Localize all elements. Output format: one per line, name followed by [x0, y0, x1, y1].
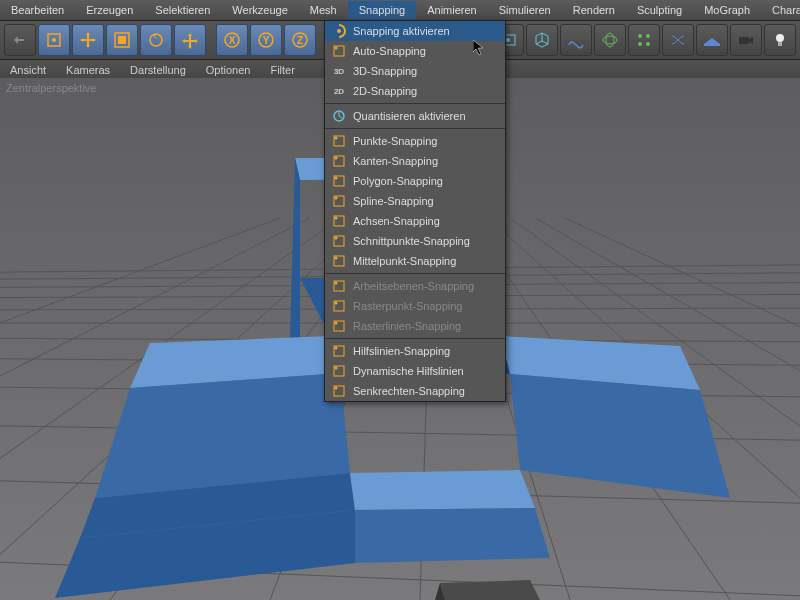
menuitem-arbeitsebenen-snapping: Arbeitsebenen-Snapping	[325, 276, 505, 296]
menuitem-quantisieren-aktivieren[interactable]: Quantisieren aktivieren	[325, 106, 505, 126]
spline-icon	[331, 193, 347, 209]
y-axis-button[interactable]: Y	[250, 24, 282, 56]
menuitem-polygon-snapping[interactable]: Polygon-Snapping	[325, 171, 505, 191]
menuitem-label: Dynamische Hilfslinien	[353, 365, 464, 377]
menu-rendern[interactable]: Rendern	[562, 1, 626, 19]
menu-erzeugen[interactable]: Erzeugen	[75, 1, 144, 19]
svg-point-21	[776, 34, 784, 42]
menu-animieren[interactable]: Animieren	[416, 1, 488, 19]
menuitem-hilfslinien-snapping[interactable]: Hilfslinien-Snapping	[325, 341, 505, 361]
svg-point-91	[335, 367, 338, 370]
menuitem-label: Polygon-Snapping	[353, 175, 443, 187]
z-axis-button[interactable]: Z	[284, 24, 316, 56]
menu-mograph[interactable]: MoGraph	[693, 1, 761, 19]
svg-marker-57	[350, 470, 535, 510]
guide-icon	[331, 343, 347, 359]
menu-simulieren[interactable]: Simulieren	[488, 1, 562, 19]
svg-point-4	[150, 34, 162, 46]
menu-mesh[interactable]: Mesh	[299, 1, 348, 19]
axis-icon	[331, 213, 347, 229]
menuitem-spline-snapping[interactable]: Spline-Snapping	[325, 191, 505, 211]
menuitem-label: Senkrechten-Snapping	[353, 385, 465, 397]
workplane-icon	[331, 278, 347, 294]
menuitem-senkrechten-snapping[interactable]: Senkrechten-Snapping	[325, 381, 505, 401]
menuitem-label: Auto-Snapping	[353, 45, 426, 57]
gridline-icon	[331, 318, 347, 334]
floor-button[interactable]	[696, 24, 728, 56]
menu-selektieren[interactable]: Selektieren	[144, 1, 221, 19]
svg-point-13	[603, 36, 617, 44]
svg-point-66	[335, 47, 338, 50]
viewmenu-ansicht[interactable]: Ansicht	[0, 61, 56, 79]
live-select-button[interactable]	[38, 24, 70, 56]
svg-point-79	[335, 237, 338, 240]
menuitem-kanten-snapping[interactable]: Kanten-Snapping	[325, 151, 505, 171]
svg-point-18	[646, 42, 650, 46]
menuitem-label: Arbeitsebenen-Snapping	[353, 280, 474, 292]
x-axis-button[interactable]: X	[216, 24, 248, 56]
svg-rect-3	[118, 36, 126, 44]
svg-point-87	[335, 322, 338, 325]
menuitem-label: Schnittpunkte-Snapping	[353, 235, 470, 247]
menuitem-snapping-aktivieren[interactable]: Snapping aktivieren	[325, 21, 505, 41]
2d-icon: 2D	[331, 83, 347, 99]
svg-point-16	[646, 34, 650, 38]
auto-icon	[331, 43, 347, 59]
lasttool-button[interactable]	[174, 24, 206, 56]
svg-point-93	[335, 387, 338, 390]
intersect-icon	[331, 233, 347, 249]
menuitem-label: Rasterpunkt-Snapping	[353, 300, 462, 312]
menu-bearbeiten[interactable]: Bearbeiten	[0, 1, 75, 19]
svg-point-81	[335, 257, 338, 260]
menubar: BearbeitenErzeugenSelektierenWerkzeugeMe…	[0, 0, 800, 21]
nurbs-button[interactable]	[594, 24, 626, 56]
svg-point-14	[606, 33, 614, 47]
menuitem-achsen-snapping[interactable]: Achsen-Snapping	[325, 211, 505, 231]
deformer-button[interactable]	[662, 24, 694, 56]
menuitem--d-snapping[interactable]: 3D3D-Snapping	[325, 61, 505, 81]
array-button[interactable]	[628, 24, 660, 56]
viewmenu-optionen[interactable]: Optionen	[196, 61, 261, 79]
perp-icon	[331, 383, 347, 399]
svg-point-73	[335, 177, 338, 180]
svg-point-1	[52, 38, 56, 42]
rotate-button[interactable]	[140, 24, 172, 56]
menuitem-label: Snapping aktivieren	[353, 25, 450, 37]
menuitem-auto-snapping[interactable]: Auto-Snapping	[325, 41, 505, 61]
svg-point-17	[638, 42, 642, 46]
svg-point-83	[335, 282, 338, 285]
light-button[interactable]	[764, 24, 796, 56]
spline-button[interactable]	[560, 24, 592, 56]
camera-button[interactable]	[730, 24, 762, 56]
menuitem-dynamische-hilfslinien[interactable]: Dynamische Hilfslinien	[325, 361, 505, 381]
undo-button[interactable]	[4, 24, 36, 56]
scale-button[interactable]	[106, 24, 138, 56]
menuitem-label: Quantisieren aktivieren	[353, 110, 466, 122]
cube-button[interactable]	[526, 24, 558, 56]
menuitem-label: Mittelpunkt-Snapping	[353, 255, 456, 267]
svg-marker-58	[355, 508, 550, 563]
point-icon	[331, 133, 347, 149]
viewmenu-kameras[interactable]: Kameras	[56, 61, 120, 79]
menu-snapping[interactable]: Snapping	[348, 1, 417, 19]
snap-icon	[331, 23, 347, 39]
menuitem--d-snapping[interactable]: 2D2D-Snapping	[325, 81, 505, 101]
svg-rect-19	[704, 44, 720, 46]
move-button[interactable]	[72, 24, 104, 56]
svg-rect-20	[739, 37, 749, 44]
svg-text:X: X	[229, 35, 236, 46]
menuitem-label: Rasterlinien-Snapping	[353, 320, 461, 332]
menu-werkzeuge[interactable]: Werkzeuge	[221, 1, 298, 19]
menuitem-label: Achsen-Snapping	[353, 215, 440, 227]
menuitem-rasterpunkt-snapping: Rasterpunkt-Snapping	[325, 296, 505, 316]
svg-point-12	[506, 38, 510, 42]
menuitem-punkte-snapping[interactable]: Punkte-Snapping	[325, 131, 505, 151]
viewmenu-filter[interactable]: Filter	[260, 61, 304, 79]
menu-sculpting[interactable]: Sculpting	[626, 1, 693, 19]
gridpoint-icon	[331, 298, 347, 314]
menuitem-schnittpunkte-snapping[interactable]: Schnittpunkte-Snapping	[325, 231, 505, 251]
viewmenu-darstellung[interactable]: Darstellung	[120, 61, 196, 79]
menuitem-label: Spline-Snapping	[353, 195, 434, 207]
menu-charakter[interactable]: Charakter	[761, 1, 800, 19]
menuitem-mittelpunkt-snapping[interactable]: Mittelpunkt-Snapping	[325, 251, 505, 271]
